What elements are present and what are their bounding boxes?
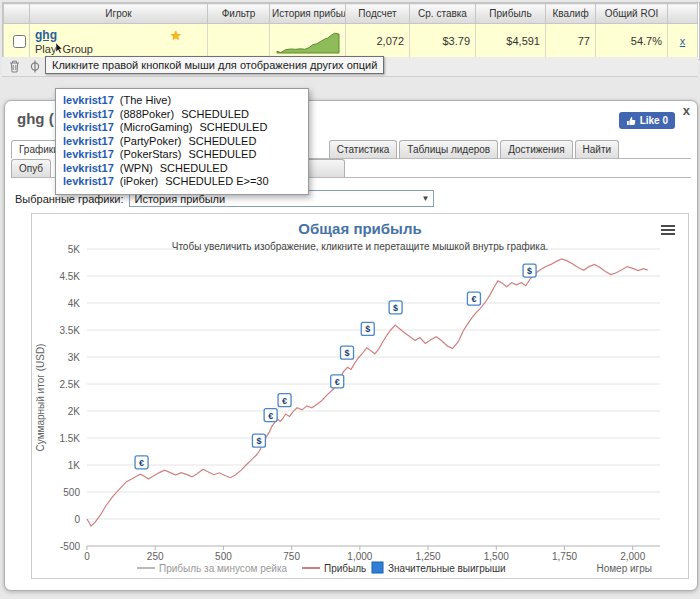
tab-statistics[interactable]: Статистика [329, 140, 398, 158]
qualified-cell: 77 [546, 24, 596, 59]
menu-item-wpn[interactable]: levkrist17(WPN)SCHEDULED [63, 162, 301, 176]
sparkline-area [277, 33, 339, 53]
tooltip: Кликните правой кнопкой мыши для отображ… [45, 56, 384, 74]
profit-cell: $4,591 [476, 24, 546, 59]
header-avg-stake[interactable]: Ср. ставка [410, 4, 476, 24]
menu-item-microgaming[interactable]: levkrist17(MicroGaming)SCHEDULED [63, 121, 301, 135]
dropdown-arrow-icon: ▼ [422, 194, 430, 203]
menu-item-ipoker[interactable]: levkrist17(iPoker)SCHEDULED E>=30 [63, 175, 301, 189]
tab-leaderboards[interactable]: Таблицы лидеров [399, 140, 498, 158]
player-row[interactable]: ghg ★ Play Group 2,0 [4, 24, 698, 59]
menu-item-pokerstars[interactable]: levkrist17(PokerStars)SCHEDULED [63, 148, 301, 162]
win-marker-symbol: € [471, 294, 476, 304]
win-marker-symbol: $ [345, 348, 350, 358]
player-accounts-menu: levkrist17(The Hive) levkrist17(888Poker… [55, 88, 309, 195]
header-player[interactable]: Игрок [30, 4, 208, 24]
results-table: Игрок Фильтр История прибыли Подсчет Ср.… [2, 2, 700, 60]
win-marker-symbol: $ [527, 266, 532, 276]
x-tick-label: 1,000 [347, 551, 372, 562]
y-tick-label: 1K [68, 460, 81, 471]
player-link[interactable]: ghg [35, 28, 57, 42]
sharkscope-screen: Игрок Фильтр История прибыли Подсчет Ср.… [0, 0, 700, 599]
panel-title: ghg ( [17, 110, 54, 127]
y-tick-label: 500 [63, 487, 80, 498]
x-tick-label: 1,250 [416, 551, 441, 562]
filter-cell [208, 24, 270, 59]
tab-publish[interactable]: Опуб [11, 159, 51, 177]
table-header-row: Игрок Фильтр История прибыли Подсчет Ср.… [4, 4, 698, 24]
y-tick-label: 3K [68, 352, 81, 363]
x-axis-title: Номер игры [596, 563, 652, 574]
y-tick-label: 4K [68, 298, 81, 309]
header-remove [668, 4, 698, 24]
win-marker-symbol: $ [393, 303, 398, 313]
y-axis-title: Суммарный итог (USD) [35, 344, 46, 452]
facebook-like-button[interactable]: Like 0 [619, 112, 675, 129]
menu-item-888poker[interactable]: levkrist17(888Poker)SCHEDULED [63, 108, 301, 122]
win-marker-symbol: € [282, 396, 287, 406]
y-tick-label: 3.5K [59, 325, 80, 336]
x-tick-label: 500 [215, 551, 232, 562]
header-select [4, 4, 30, 24]
player-group-right: Group [62, 43, 93, 55]
tab-find[interactable]: Найти [575, 140, 620, 158]
legend-label-profit: Прибыль [324, 563, 366, 574]
chart-subtitle: Чтобы увеличить изображение, кликните и … [32, 241, 688, 252]
like-label: Like 0 [640, 115, 668, 126]
player-group-left: Play [35, 43, 56, 55]
avg-stake-cell: $3.79 [410, 24, 476, 59]
legend-swatch-wins [372, 562, 383, 573]
player-group-label: Play Group [35, 43, 202, 55]
profit-history-cell[interactable] [270, 24, 346, 59]
menu-item-partypoker[interactable]: levkrist17(PartyPoker)SCHEDULED [63, 135, 301, 149]
y-tick-label: 2K [68, 406, 81, 417]
header-filter[interactable]: Фильтр [208, 4, 270, 24]
refresh-icon[interactable] [29, 60, 41, 73]
thumbs-up-icon [626, 116, 636, 126]
legend-label-rake: Прибыль за минусом рейка [159, 563, 288, 574]
total-roi-cell: 54.7% [596, 24, 668, 59]
y-tick-label: -500 [60, 541, 80, 552]
tab-achievements[interactable]: Достижения [500, 140, 572, 158]
win-marker-symbol: $ [365, 324, 370, 334]
remove-row-link[interactable]: x [680, 35, 686, 47]
y-tick-label: 2.5K [59, 379, 80, 390]
chart-title: Общая прибыль [32, 220, 688, 237]
x-tick-label: 1,750 [552, 551, 577, 562]
x-tick-label: 750 [283, 551, 300, 562]
chart-container: Общая прибыль Чтобы увеличить изображени… [31, 213, 689, 579]
y-tick-label: 0 [74, 514, 80, 525]
x-tick-label: 0 [84, 551, 90, 562]
count-cell: 2,072 [346, 24, 410, 59]
header-profit[interactable]: Прибыль [476, 4, 546, 24]
header-profit-history[interactable]: История прибыли [270, 4, 346, 24]
y-tick-label: 4.5K [59, 271, 80, 282]
win-marker-symbol: € [335, 377, 340, 387]
win-marker-symbol: € [139, 458, 144, 468]
header-count[interactable]: Подсчет [346, 4, 410, 24]
favorite-star-icon[interactable]: ★ [170, 28, 182, 43]
panel-close-button[interactable]: x [683, 103, 690, 118]
menu-item-thehive[interactable]: levkrist17(The Hive) [63, 94, 301, 108]
profit-chart[interactable]: -50005001K1.5K2K2.5K3K3.5K4K4.5K5K025050… [32, 214, 688, 578]
header-total-roi[interactable]: Общий ROI [596, 4, 668, 24]
legend-label-wins: Значительные выигрыши [388, 563, 506, 574]
y-tick-label: 1.5K [59, 433, 80, 444]
x-tick-label: 1,500 [484, 551, 509, 562]
row-checkbox[interactable] [13, 35, 26, 48]
header-qualified[interactable]: Квалиф [546, 4, 596, 24]
win-marker-symbol: $ [256, 436, 261, 446]
profit-sparkline [276, 28, 340, 55]
delete-icon[interactable] [9, 60, 20, 73]
x-tick-label: 250 [147, 551, 164, 562]
win-marker-symbol: € [268, 411, 273, 421]
profit-line [87, 259, 648, 526]
x-tick-label: 2,000 [620, 551, 645, 562]
chart-menu-icon[interactable] [661, 225, 675, 237]
